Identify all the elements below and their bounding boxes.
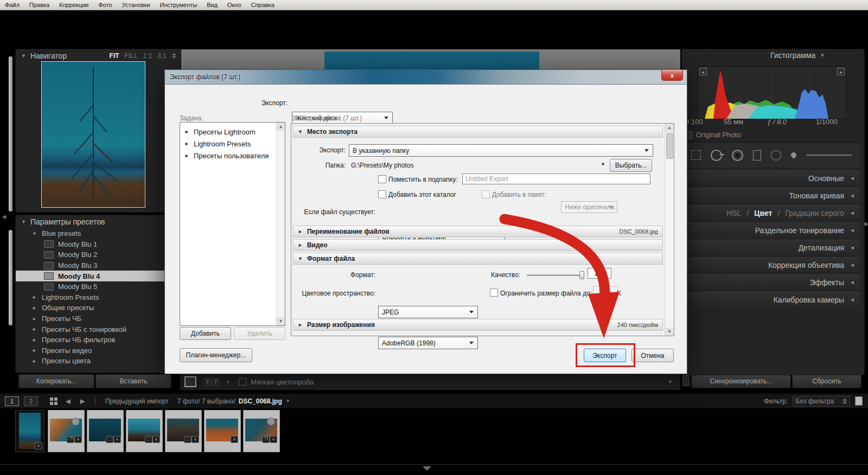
histogram-header[interactable]: Гистограмма ▼ (770, 51, 825, 60)
task-user-presets[interactable]: ► Пресеты пользователя (180, 150, 285, 162)
thumbnail-5[interactable]: ⬚ ± (165, 410, 202, 452)
panel-tone-curve[interactable]: Тоновая кривая ◄ (685, 188, 860, 203)
add-button[interactable]: Добавить (180, 327, 231, 340)
preset-moody-blu-1[interactable]: Moody Blu 1 (16, 239, 181, 250)
preset-moody-blu-5[interactable]: Moody Blu 5 (16, 281, 181, 292)
scroll-up-icon[interactable]: ▲ (277, 123, 285, 131)
plugin-manager-button[interactable]: Плагин-менеджер... (180, 348, 252, 362)
collapse-bottom-arrow-icon[interactable] (423, 466, 431, 471)
task-listbox[interactable]: ► Пресеты Lightroom ► Lightroom Presets … (180, 122, 285, 326)
right-panel-collapse-arrow-icon[interactable]: ► (863, 220, 868, 228)
panel-hsl-color-grayscale[interactable]: HSL / Цвет / Градации серого ◄ (685, 205, 860, 220)
reset-button[interactable]: Сбросить (792, 374, 861, 388)
menu-develop[interactable]: Коррекции (54, 2, 93, 8)
badge-copy-icon[interactable]: ❐ (67, 436, 74, 443)
settings-scrollbar[interactable]: ▲ ▼ (665, 124, 674, 336)
grayscale-label[interactable]: Градации серого (785, 209, 844, 217)
filter-toggle-icon[interactable] (855, 396, 863, 406)
sync-button[interactable]: Синхронизировать... (691, 374, 791, 388)
section-file-format[interactable]: ▼ Формат файла (293, 253, 663, 265)
window-2-button[interactable]: 2 (24, 396, 38, 406)
section-export-location[interactable]: ▼ Место экспорта (293, 126, 663, 138)
quality-slider[interactable] (527, 274, 583, 276)
add-stack-checkbox[interactable] (482, 190, 490, 198)
subfolder-input[interactable] (462, 174, 650, 184)
preset-moody-blu-3[interactable]: Moody Blu 3 (16, 260, 181, 271)
soft-proof-checkbox[interactable] (239, 378, 246, 386)
zoom-ratio-spinner-icon[interactable] (172, 53, 176, 59)
color-label[interactable]: Цвет (754, 209, 772, 217)
cancel-button[interactable]: Отмена (631, 349, 674, 362)
paste-button[interactable]: Вставить (95, 374, 171, 388)
choose-folder-button[interactable]: Выбрать... (610, 159, 652, 172)
preset-group-lightroom[interactable]: ► Lightroom Presets (16, 292, 181, 303)
panel-detail[interactable]: Детализация ◄ (685, 240, 860, 255)
zoom-fill[interactable]: FILL (125, 52, 138, 60)
red-eye-tool-icon[interactable] (732, 150, 743, 161)
zoom-3-1[interactable]: 3:1 (157, 52, 167, 60)
filmstrip-dropdown-icon[interactable]: ▼ (286, 399, 290, 403)
tool-slider[interactable] (806, 155, 852, 156)
crop-tool-icon[interactable] (691, 150, 701, 160)
folder-path[interactable]: G:\Presets\My photos (351, 162, 413, 169)
preset-group-bw-filters[interactable]: ► Пресеты ЧБ фильтров (16, 335, 181, 345)
limit-size-checkbox[interactable] (490, 288, 498, 297)
menu-file[interactable]: Файл (0, 2, 24, 8)
zoom-fit[interactable]: FIT (110, 52, 119, 60)
zoom-1-1[interactable]: 1:1 (143, 52, 152, 60)
badge-crop-icon[interactable]: ⬚ (106, 436, 113, 443)
previous-photo-arrow-icon[interactable]: ◄ (64, 396, 72, 406)
history-state[interactable]: Original Photo (687, 131, 741, 139)
quality-slider-handle[interactable] (579, 271, 584, 279)
thumbnail-2[interactable]: ❐ ± (48, 410, 85, 452)
badge-circle-icon[interactable] (267, 418, 275, 426)
left-panel-collapse-arrow-icon[interactable]: ◄ (1, 213, 8, 221)
preset-group-blue[interactable]: ▼ Blue presets (16, 228, 181, 239)
window-1-button[interactable]: 1 (5, 396, 19, 406)
left-scrollbar-lower[interactable] (9, 230, 12, 325)
limit-size-input[interactable] (593, 286, 618, 297)
thumbnail-3[interactable]: ⬚ ± (87, 410, 124, 452)
adjustment-brush-tool-icon[interactable] (790, 151, 797, 159)
grid-view-icon[interactable] (50, 397, 58, 405)
copy-button[interactable]: Копировать... (18, 374, 94, 388)
badge-circle-icon[interactable] (72, 418, 80, 426)
badge-adjustment-icon[interactable]: ± (231, 436, 238, 443)
preset-group-bw-toned[interactable]: ► Пресеты ЧБ с тонировкой (16, 324, 181, 335)
thumbnail-1-selected[interactable]: ± (15, 410, 44, 452)
highlight-clipping-icon[interactable]: ▲ (837, 68, 845, 75)
thumbnail-7[interactable]: ❐ ± (243, 410, 280, 452)
badge-adjustment-icon[interactable]: ± (35, 442, 42, 450)
preset-group-bw[interactable]: ► Пресеты ЧБ (16, 313, 181, 324)
filmstrip-filename[interactable]: DSC_0068.jpg (239, 397, 282, 405)
sync-toggle-icon[interactable] (682, 375, 690, 386)
badge-crop-icon[interactable]: ⬚ (145, 436, 152, 443)
badge-copy-icon[interactable]: ❐ (262, 436, 270, 443)
loupe-view-icon[interactable] (184, 376, 196, 387)
badge-adjustment-icon[interactable]: ± (113, 436, 121, 443)
shadow-clipping-icon[interactable]: ▲ (699, 68, 707, 75)
scroll-down-icon[interactable]: ▼ (277, 317, 285, 325)
menu-window[interactable]: Окно (222, 2, 246, 8)
histogram[interactable]: ▲ ▲ (698, 66, 846, 119)
stack-position-select[interactable]: Ниже оригинала (561, 201, 617, 213)
filter-select[interactable]: Без фильтра (793, 396, 850, 407)
hsl-label[interactable]: HSL (726, 209, 741, 217)
section-image-size[interactable]: ► Размер изображения 240 пикс/дюйм (293, 319, 663, 331)
subfolder-checkbox[interactable] (378, 175, 386, 183)
toolbar-options-icon[interactable]: ▼ (668, 379, 673, 384)
preset-group-general[interactable]: ► Общие пресеты (16, 303, 181, 313)
add-catalog-checkbox[interactable] (378, 190, 386, 198)
scroll-down-icon[interactable]: ▼ (665, 328, 674, 336)
badge-adjustment-icon[interactable]: ± (74, 436, 82, 443)
preset-group-color[interactable]: ► Пресеты цвета (16, 356, 181, 367)
section-video[interactable]: ► Видео (293, 239, 663, 251)
badge-adjustment-icon[interactable]: ± (192, 436, 199, 443)
menu-help[interactable]: Справка (246, 2, 279, 8)
panel-basic[interactable]: Основные ◄ (685, 170, 860, 185)
format-select[interactable]: JPEG (378, 306, 478, 318)
badge-adjustment-icon[interactable]: ± (270, 436, 277, 443)
quality-input[interactable] (588, 268, 611, 279)
badge-crop-icon[interactable]: ⬚ (184, 436, 192, 443)
menu-tools[interactable]: Инструменты (155, 2, 202, 8)
